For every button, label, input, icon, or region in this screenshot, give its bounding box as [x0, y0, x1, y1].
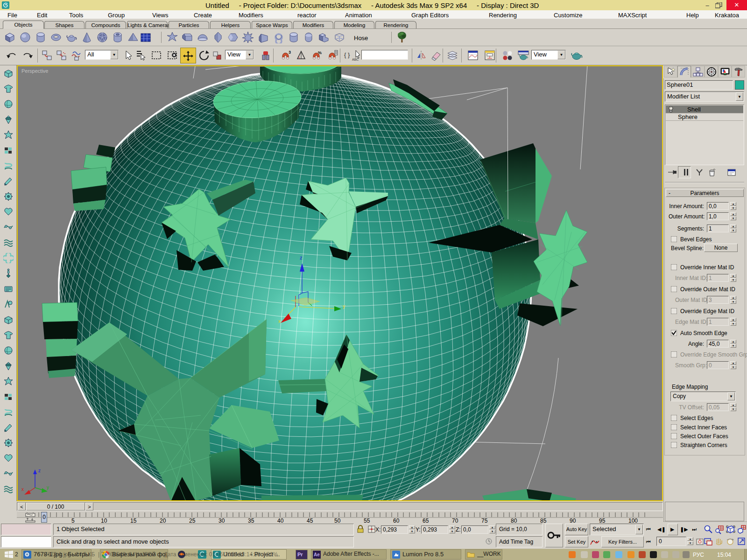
svg-text:z: z	[300, 255, 303, 260]
svg-text:90: 90	[570, 518, 576, 524]
svg-text:55: 55	[364, 518, 370, 524]
svg-text:{ }: { }	[344, 51, 350, 58]
svg-text:80: 80	[511, 518, 517, 524]
svg-text:35: 35	[248, 518, 254, 524]
svg-text:45: 45	[307, 518, 313, 524]
svg-text:15: 15	[130, 518, 137, 524]
svg-text:95: 95	[599, 518, 606, 524]
svg-text:100: 100	[628, 518, 638, 524]
svg-text:25: 25	[189, 518, 196, 524]
svg-text:10: 10	[101, 518, 107, 524]
svg-text:x: x	[278, 318, 281, 324]
svg-text:85: 85	[540, 518, 547, 524]
svg-text:3: 3	[289, 50, 291, 55]
svg-text:30: 30	[218, 518, 225, 524]
svg-text:65: 65	[423, 518, 429, 524]
svg-text:z: z	[38, 468, 41, 473]
svg-text:70: 70	[452, 518, 458, 524]
svg-text:40: 40	[277, 518, 284, 524]
svg-text:20: 20	[160, 518, 166, 524]
svg-text:5: 5	[71, 518, 75, 524]
svg-text:75: 75	[481, 518, 488, 524]
svg-text:x: x	[21, 487, 24, 492]
svg-text:%: %	[318, 50, 322, 55]
svg-text:y: y	[47, 485, 49, 490]
svg-text:50: 50	[334, 518, 341, 524]
svg-text:y: y	[343, 303, 345, 309]
svg-text:60: 60	[393, 518, 400, 524]
svg-text:ABC: ABC	[352, 58, 359, 61]
